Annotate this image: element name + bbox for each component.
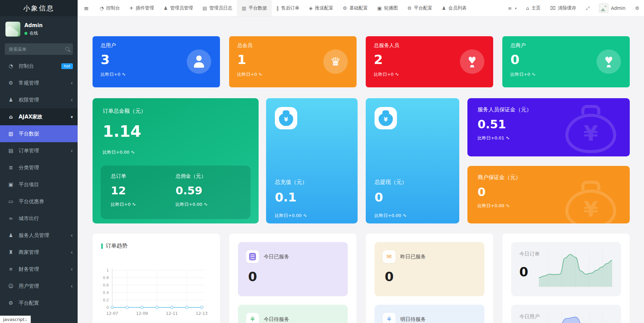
sidebar-item-platform-config[interactable]: ⚙ 平台配置 [0, 295, 78, 311]
sidebar-item-categories[interactable]: ≣ 分类管理 [0, 159, 78, 176]
sidebar-item-coupons[interactable]: ▭ 平台优惠券 [0, 193, 78, 210]
service-heart-icon: ♥ [460, 49, 484, 74]
today-mini-charts-card: 今日订单 0 今日用户 [502, 234, 630, 323]
stat-card-total-staff[interactable]: 总服务人员 2 比昨日+0 ∿ ♥ [366, 36, 493, 87]
nav-tab-label: 控制台 [106, 5, 120, 11]
sidebar-item-orders[interactable]: ▤ 订单管理 ‹ [0, 142, 78, 159]
svg-text:0.4: 0.4 [103, 290, 109, 295]
nav-tab-carousel[interactable]: ▣ 轮播图 [373, 0, 403, 16]
order-trend-chart[interactable]: 00.20.40.60.8112-0712-0912-1112-13 [96, 266, 217, 320]
trend-icon: ∿ [131, 149, 135, 155]
search-input[interactable] [5, 43, 73, 55]
today-pending-panel[interactable]: ⚘ 今日待服务 [238, 305, 348, 323]
member-icon: ♟ [442, 5, 446, 11]
withdraw-card[interactable]: ¥ 总提现（元） 0 比昨日+0.00 ∿ [366, 98, 459, 223]
nav-tab-console[interactable]: ◔ 控制台 [95, 0, 125, 16]
nav-tab-admins[interactable]: ♟ 管理员管理 [159, 0, 198, 16]
nav-tab-label: 会员列表 [448, 5, 467, 11]
nav-tab-platform-config[interactable]: ⚙ 平台配置 [403, 0, 437, 16]
nav-tab-label: 管理员日志 [209, 5, 233, 11]
withdraw-value: 0 [375, 190, 383, 204]
top-navbar: ≡ ◔ 控制台 ✈ 插件管理 ♟ 管理员管理 ▤ 管理员日志 ▥ 平台数据 ‖ … [78, 0, 644, 17]
sub-title: 总订单 [111, 173, 176, 179]
merchant-heart-icon: ♥ [597, 49, 621, 74]
sidebar-item-staff[interactable]: ♟ 服务人员管理 ‹ [0, 227, 78, 244]
nav-tab-push-config[interactable]: ◈ 推送配置 [304, 0, 338, 16]
dashboard-icon: ◔ [7, 63, 14, 69]
sidebar-item-city-travel[interactable]: ∞ 城市出行 [0, 210, 78, 227]
sidebar-item-general[interactable]: ⚙ 常规管理 ‹ [0, 74, 78, 91]
revenue-title: 订单总金额（元） [103, 108, 248, 115]
staff-deposit-card[interactable]: 服务人员保证金（元） 0.51 比昨日+0.01 ∿ ¥ [467, 98, 630, 156]
today-served-panel[interactable]: 今日已服务 0 [238, 242, 348, 296]
nav-user-menu[interactable]: Admin [594, 0, 630, 16]
chevron-left-icon: ‹ [71, 250, 73, 255]
revenue-subpanel: 总订单 12 比昨日+0 ∿ 总佣金（元） 0.59 比昨日+0.00 ∿ [101, 166, 250, 219]
sidebar-item-finance[interactable]: ¤ 财务管理 ‹ [0, 261, 78, 278]
sub-title: 总佣金（元） [176, 173, 240, 179]
sidebar-item-projects[interactable]: ▣ 平台项目 [0, 176, 78, 193]
gears-icon: ⚙ [7, 80, 14, 86]
crown-icon: ♛ [323, 49, 348, 74]
fullscreen-icon: ⤢ [586, 5, 589, 11]
svg-text:12-13: 12-13 [196, 311, 208, 316]
nav-home-label: 主页 [531, 5, 541, 11]
fullscreen-button[interactable]: ⤢ [581, 0, 594, 16]
today-users-panel[interactable]: 今日用户 [511, 305, 621, 323]
sidebar-item-ajax-housekeeping[interactable]: ⌂ AJAX家政 ▾ [0, 108, 78, 125]
trend-icon: ∿ [258, 71, 262, 77]
stat-card-total-merchants[interactable]: 总商户 0 比昨日+0 ∿ ♥ [502, 36, 630, 87]
nav-tab-platform-data[interactable]: ▥ 平台数据 [237, 0, 271, 16]
chevron-left-icon: ‹ [71, 266, 73, 272]
nav-home-link[interactable]: ⌂ 主页 [521, 0, 545, 16]
panel-label: 今日已服务 [264, 254, 289, 260]
nav-tab-aftersale-orders[interactable]: ‖ 售后订单 [272, 0, 304, 16]
search-icon[interactable] [65, 47, 69, 51]
nav-settings-button[interactable]: ⚙ [630, 0, 644, 16]
panel-label: 明日待服务 [400, 316, 426, 323]
nav-menu-dropdown[interactable]: ≡ ▾ [503, 0, 521, 16]
sidebar-item-platform-data[interactable]: ▥ 平台数据 [0, 125, 78, 142]
revenue-card[interactable]: 订单总金额（元） 1.14 比昨日+0.00 ∿ 总订单 12 比昨日+0 ∿ … [93, 98, 259, 223]
trash-icon: ⌧ [550, 5, 556, 11]
trend-icon: ∿ [132, 201, 136, 207]
svg-text:0.8: 0.8 [103, 276, 109, 280]
sidebar-item-label: 订单管理 [19, 148, 39, 154]
online-dot-icon [24, 32, 27, 35]
deposit-title: 服务人员保证金（元） [478, 106, 620, 113]
user-avatar[interactable] [5, 22, 20, 37]
config-icon: ⚙ [7, 300, 14, 306]
yesterday-served-panel[interactable]: ✉ 昨日已服务 0 [375, 242, 484, 296]
nav-clear-cache-button[interactable]: ⌧ 清除缓存 [545, 0, 581, 16]
nav-tab-admin-logs[interactable]: ▤ 管理员日志 [198, 0, 237, 16]
order-trend-title: 订单趋势 [101, 242, 220, 250]
sidebar-item-users-mgmt[interactable]: ☺ 用户管理 ‹ [0, 278, 78, 295]
merchant-deposit-card[interactable]: 商户保证金（元） 0 比昨日+0.00 ∿ ¥ [467, 166, 630, 223]
nav-tab-plugins[interactable]: ✈ 插件管理 [125, 0, 159, 16]
stat-card-total-members[interactable]: 总会员 1 比昨日+0 ∿ ♛ [229, 36, 357, 87]
panel-label: 昨日已服务 [400, 254, 426, 260]
trend-icon: ∿ [303, 213, 307, 218]
sidebar-item-permissions[interactable]: ♟ 权限管理 ‹ [0, 91, 78, 108]
image-icon: ▣ [377, 5, 382, 11]
panel-value: 0 [385, 269, 476, 284]
panel-value: 0 [519, 264, 528, 279]
dashboard-icon: ◔ [100, 5, 104, 11]
log-icon: ▤ [203, 5, 207, 11]
withdraw-title: 总提现（元） [375, 179, 407, 186]
recharge-card[interactable]: ¥ 总充值（元） 0.1 比昨日+0.00 ∿ [266, 98, 358, 223]
today-orders-panel[interactable]: 今日订单 0 [511, 242, 621, 296]
tomorrow-pending-panel[interactable]: ⚘ 明日待服务 [375, 305, 484, 323]
avatar-placeholder-icon [599, 3, 608, 13]
nav-tab-base-config[interactable]: ⚙ 基础配置 [338, 0, 373, 16]
panel-value: 0 [248, 269, 340, 284]
stat-card-total-users[interactable]: 总用户 3 比昨日+0 ∿ [93, 36, 220, 87]
nav-tab-members[interactable]: ♟ 会员列表 [437, 0, 471, 16]
sidebar-item-label: 平台优惠券 [19, 198, 44, 205]
sidebar-item-console[interactable]: ◔ 控制台 hot [0, 58, 78, 74]
sidebar-item-label: 服务人员管理 [19, 232, 49, 239]
sub-delta: 比昨日+0.00 ∿ [176, 201, 240, 208]
sidebar-item-merchants[interactable]: ♜ 商家管理 ‹ [0, 244, 78, 261]
sidebar-item-label: 平台项目 [19, 181, 39, 188]
sidebar-toggle-button[interactable]: ≡ [78, 0, 95, 16]
